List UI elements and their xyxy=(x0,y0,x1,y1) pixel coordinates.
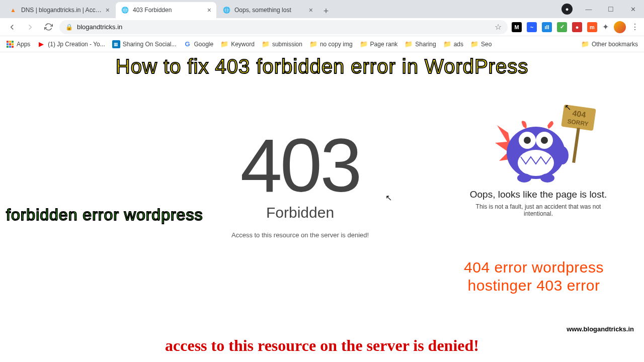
lock-icon: 🔒 xyxy=(65,24,73,31)
error-403-block: 403 Forbidden Access to this resource on… xyxy=(231,128,369,239)
bookmark-folder[interactable]: 📁Page rank xyxy=(360,40,398,48)
apps-icon xyxy=(6,40,14,48)
overlay-orange-line2: hostinger 403 error xyxy=(464,277,604,295)
overlay-green-text: forbidden error wordpress xyxy=(6,206,203,224)
profile-indicator-icon[interactable]: ● xyxy=(561,4,573,15)
bookmark-label: no copy img xyxy=(320,41,353,48)
bookmark-label: submission xyxy=(272,41,302,48)
address-bar[interactable]: 🔒 blogandtricks.in ☆ xyxy=(59,20,508,34)
google-icon: G xyxy=(183,40,191,48)
extension-icon[interactable]: ✓ xyxy=(557,22,567,32)
cloudflare-icon: ▲ xyxy=(9,6,17,14)
globe-icon: 🌐 xyxy=(222,6,230,14)
extension-icon[interactable]: M xyxy=(512,22,522,32)
folder-icon: 📁 xyxy=(220,40,228,48)
folder-icon: 📁 xyxy=(581,40,589,48)
reload-button[interactable] xyxy=(41,20,55,34)
svg-point-10 xyxy=(540,173,554,183)
error-message: Access to this resource on the server is… xyxy=(231,231,369,239)
overlay-bottom-text: access to this resource on the server is… xyxy=(165,336,479,355)
close-icon[interactable]: × xyxy=(207,6,211,14)
bookmark-label: Seo xyxy=(481,41,492,48)
tab-1[interactable]: ▲ DNS | blogandtricks.in | Account × xyxy=(4,2,115,18)
bookmark-item[interactable]: ▶(1) Jp Creation - Yo... xyxy=(37,40,105,48)
svg-point-5 xyxy=(524,137,531,144)
extension-icon[interactable]: ~ xyxy=(527,22,537,32)
tab-2[interactable]: 🌐 403 Forbidden × xyxy=(116,2,216,18)
bookmark-label: Google xyxy=(194,41,213,48)
overlay-headline: How to fix 403 forbidden error in WordPr… xyxy=(116,55,528,78)
bookmark-folder[interactable]: 📁Keyword xyxy=(220,40,255,48)
tab-title: Oops, something lost xyxy=(234,7,306,14)
watermark-text: www.blogandtricks.in xyxy=(567,325,634,333)
svg-rect-1 xyxy=(572,128,580,163)
close-window-button[interactable]: ✕ xyxy=(622,2,644,17)
extension-icons: M ~ ıll ✓ ● m ✦ ⋮ xyxy=(512,21,639,33)
oops-title: Oops, looks like the page is lost. xyxy=(463,189,614,200)
bookmark-label: Page rank xyxy=(370,41,398,48)
tab-title: 403 Forbidden xyxy=(133,7,204,14)
bookmark-label: Sharing xyxy=(415,41,436,48)
extension-icon[interactable]: ıll xyxy=(542,22,552,32)
browser-toolbar: 🔒 blogandtricks.in ☆ M ~ ıll ✓ ● m ✦ ⋮ xyxy=(0,18,644,36)
cursor-icon: ↖ xyxy=(565,103,571,112)
oops-subtitle: This is not a fault, just an accident th… xyxy=(463,203,614,217)
tab-3[interactable]: 🌐 Oops, something lost × xyxy=(217,2,318,18)
bookmark-folder[interactable]: 📁submission xyxy=(262,40,302,48)
maximize-button[interactable]: ☐ xyxy=(600,2,622,17)
bookmark-folder[interactable]: 📁Sharing xyxy=(405,40,436,48)
other-bookmarks[interactable]: 📁Other bookmarks xyxy=(581,40,638,48)
profile-avatar[interactable] xyxy=(614,21,626,33)
svg-point-7 xyxy=(541,137,548,144)
folder-icon: 📁 xyxy=(470,40,478,48)
extensions-menu-icon[interactable]: ✦ xyxy=(602,22,609,32)
bookmark-label: (1) Jp Creation - Yo... xyxy=(48,41,105,48)
extension-icon[interactable]: ● xyxy=(572,22,582,32)
tab-title: DNS | blogandtricks.in | Account xyxy=(21,7,103,14)
folder-icon: 📁 xyxy=(262,40,270,48)
star-icon[interactable]: ☆ xyxy=(495,22,502,32)
menu-icon[interactable]: ⋮ xyxy=(631,22,639,32)
forward-button[interactable] xyxy=(23,20,37,34)
minimize-button[interactable]: — xyxy=(578,2,600,17)
page-content: How to fix 403 forbidden error in WordPr… xyxy=(0,52,644,362)
back-button[interactable] xyxy=(5,20,19,34)
error-404-block: 404 SORRY xyxy=(463,98,614,217)
bookmark-label: Apps xyxy=(17,41,30,48)
bookmark-item[interactable]: GGoogle xyxy=(183,40,213,48)
error-code: 403 xyxy=(231,128,369,203)
new-tab-button[interactable]: + xyxy=(319,4,333,18)
url-text: blogandtricks.in xyxy=(77,23,491,31)
monster-illustration: 404 SORRY xyxy=(488,98,589,183)
svg-point-9 xyxy=(517,173,531,183)
extension-icon[interactable]: m xyxy=(587,22,597,32)
folder-icon: 📁 xyxy=(360,40,368,48)
youtube-icon: ▶ xyxy=(37,40,45,48)
bookmark-folder[interactable]: 📁Seo xyxy=(470,40,492,48)
browser-titlebar: ▲ DNS | blogandtricks.in | Account × 🌐 4… xyxy=(0,0,644,18)
bookmark-item[interactable]: ▦Sharing On Social... xyxy=(112,40,177,48)
bookmark-folder[interactable]: 📁no copy img xyxy=(309,40,353,48)
apps-button[interactable]: Apps xyxy=(6,40,30,48)
close-icon[interactable]: × xyxy=(309,6,313,14)
overlay-orange-line1: 404 error wordpress xyxy=(464,258,604,277)
bookmark-folder[interactable]: 📁ads xyxy=(443,40,463,48)
svg-point-8 xyxy=(556,146,569,164)
cursor-icon: ↖ xyxy=(385,193,392,203)
bookmark-label: Other bookmarks xyxy=(592,41,638,48)
bookmark-label: ads xyxy=(454,41,463,48)
folder-icon: 📁 xyxy=(405,40,413,48)
window-controls: ● — ☐ ✕ xyxy=(561,0,644,18)
bookmark-label: Sharing On Social... xyxy=(123,41,177,48)
bookmark-label: Keyword xyxy=(231,41,255,48)
folder-icon: 📁 xyxy=(443,40,451,48)
globe-icon: 🌐 xyxy=(121,6,129,14)
overlay-orange-text: 404 error wordpress hostinger 403 error xyxy=(464,258,604,295)
trello-icon: ▦ xyxy=(112,40,120,48)
bookmarks-bar: Apps ▶(1) Jp Creation - Yo... ▦Sharing O… xyxy=(0,36,644,52)
close-icon[interactable]: × xyxy=(106,6,110,14)
folder-icon: 📁 xyxy=(309,40,317,48)
